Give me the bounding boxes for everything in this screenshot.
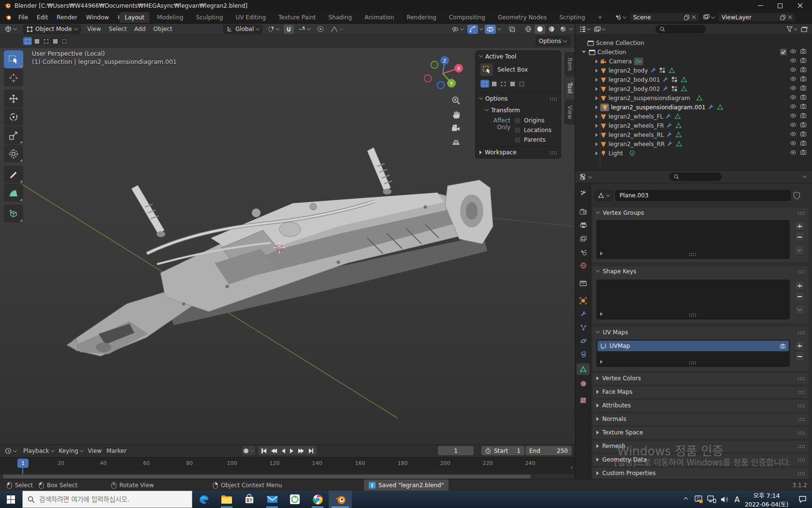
tray-network-icon[interactable]	[705, 491, 718, 508]
workspace-tab-animation[interactable]: Animation	[360, 12, 399, 23]
disable-render-icon[interactable]	[800, 121, 807, 130]
disable-render-icon[interactable]	[800, 149, 807, 157]
workspace-tab-sculpting[interactable]: Sculpting	[191, 12, 228, 23]
active-tool-title[interactable]: Active Tool	[485, 53, 516, 60]
menu-object[interactable]: Object	[153, 26, 172, 32]
prev-keyframe-button[interactable]	[271, 448, 277, 453]
panel-select-mode-new[interactable]	[480, 80, 489, 88]
hide-eye-icon[interactable]	[790, 66, 797, 75]
timeline-track[interactable]	[0, 470, 575, 474]
disable-render-icon[interactable]	[800, 131, 807, 139]
taskbar-edge-icon[interactable]	[193, 491, 215, 508]
select-mode-invert-button[interactable]	[51, 37, 59, 45]
workspace-tab-uv-editing[interactable]: UV Editing	[231, 12, 271, 23]
jump-to-end-button[interactable]	[309, 448, 314, 453]
tray-clock[interactable]: 오후 7:14 2022-06-04(토)	[744, 492, 789, 507]
tab-scene[interactable]	[577, 246, 590, 258]
texture-space-panel[interactable]: Texture Space	[593, 427, 809, 439]
menu-edit[interactable]: Edit	[33, 12, 52, 23]
transform-orientation-dropdown[interactable]: Global	[223, 25, 262, 34]
uv-maps-title[interactable]: UV Maps	[603, 329, 628, 336]
vertex-groups-list[interactable]	[596, 220, 790, 259]
disable-render-icon[interactable]	[800, 75, 807, 84]
tool-select-box[interactable]	[4, 50, 23, 68]
hide-eye-icon[interactable]	[790, 121, 797, 130]
gizmos-dropdown[interactable]	[479, 26, 483, 30]
properties-options-dropdown[interactable]	[803, 174, 807, 178]
disable-render-icon[interactable]	[800, 85, 807, 93]
proportional-editing-button[interactable]	[315, 25, 326, 34]
hide-eye-icon[interactable]	[790, 57, 797, 65]
hide-eye-icon[interactable]	[790, 149, 797, 157]
sidebar-tab-item[interactable]: Item	[565, 52, 575, 76]
workspace-tab-geometry-nodes[interactable]: Geometry Nodes	[493, 12, 551, 23]
scene-name-field[interactable]: Scene	[630, 13, 699, 22]
viewport-options-dropdown[interactable]: Options	[536, 36, 570, 46]
frame-end-field[interactable]: End250	[525, 446, 572, 455]
add-uv-map-button[interactable]	[795, 341, 805, 350]
timeline-ruler[interactable]: 20 40 60 80 100 120 140 160 180 200 220 …	[0, 457, 575, 470]
navigation-gizmo[interactable]: Z X Y	[417, 54, 465, 92]
timeline-menu-view[interactable]: View	[88, 448, 102, 454]
tool-transform[interactable]	[4, 145, 23, 163]
select-mode-new-button[interactable]	[23, 37, 32, 45]
current-frame-field[interactable]: 1	[438, 446, 474, 455]
outliner-row-object[interactable]: legran2_wheels_RR	[575, 139, 812, 149]
hide-eye-icon[interactable]	[790, 140, 797, 148]
tab-physics[interactable]	[577, 335, 590, 347]
add-workspace-button[interactable]: +	[593, 12, 608, 23]
origins-checkbox[interactable]	[514, 118, 521, 124]
panel-select-mode-intersect[interactable]	[517, 80, 526, 88]
remove-shape-key-button[interactable]	[795, 291, 805, 301]
panel-select-mode-invert[interactable]	[508, 80, 517, 88]
tab-render[interactable]	[577, 206, 590, 217]
outliner-row-object[interactable]: legran2_wheels_FR	[575, 121, 812, 130]
mesh-browse-button[interactable]	[594, 190, 613, 201]
shading-wireframe-button[interactable]	[523, 25, 534, 34]
mesh-name-field[interactable]: Plane.003	[615, 190, 791, 201]
playhead[interactable]	[22, 466, 23, 474]
select-mode-intersect-button[interactable]	[60, 37, 69, 45]
outliner-row-object[interactable]: legran2_wheels_FL	[575, 112, 812, 121]
outliner-row-object[interactable]: legran2_body	[575, 66, 812, 75]
timeline-collapse-icon[interactable]: ‹	[570, 464, 573, 471]
select-mode-subtract-button[interactable]	[42, 37, 50, 45]
tab-object-data[interactable]	[577, 363, 590, 375]
outliner-row-object[interactable]: Light	[575, 149, 812, 158]
panel-drag-dots[interactable]	[798, 211, 805, 215]
fake-user-shield-icon[interactable]	[793, 192, 800, 199]
remove-vertex-group-button[interactable]	[795, 232, 805, 241]
play-reverse-button[interactable]	[282, 448, 285, 453]
taskbar-search[interactable]	[22, 491, 192, 508]
tab-modifiers[interactable]	[577, 308, 590, 320]
tool-rotate[interactable]	[4, 108, 23, 126]
tray-sync-icon[interactable]	[692, 491, 706, 508]
locations-checkbox[interactable]	[514, 127, 521, 134]
active-tool-icon-button[interactable]	[480, 63, 493, 76]
workspace-drag-dots[interactable]	[550, 151, 557, 154]
vertex-colors-panel[interactable]: Vertex Colors	[593, 373, 809, 385]
normals-panel[interactable]: Normals	[593, 414, 809, 425]
overlays-toggle-button[interactable]	[485, 25, 496, 34]
properties-editor-type-button[interactable]	[580, 174, 592, 180]
tab-output[interactable]	[577, 219, 590, 231]
outliner-display-mode-button[interactable]	[594, 26, 605, 32]
outliner-editor-type-button[interactable]	[579, 26, 590, 32]
workspace-panel-title[interactable]: Workspace	[485, 149, 517, 156]
disable-render-icon[interactable]	[800, 112, 807, 120]
hide-eye-icon[interactable]	[790, 103, 797, 111]
outliner-row-object[interactable]: legran2_body.001	[575, 75, 812, 84]
snap-target-dropdown[interactable]	[297, 25, 312, 34]
vertex-groups-title[interactable]: Vertex Groups	[603, 209, 644, 216]
disable-render-icon[interactable]	[800, 103, 807, 111]
minimize-button[interactable]	[752, 0, 768, 11]
outliner-row-collection[interactable]: Collection	[575, 47, 812, 57]
tool-annotate[interactable]	[4, 165, 23, 183]
taskbar-blender-icon[interactable]	[329, 491, 352, 508]
panel-select-mode-extend[interactable]	[490, 80, 498, 88]
menu-window[interactable]: Window	[82, 12, 113, 23]
start-button[interactable]	[0, 491, 21, 508]
jump-to-start-button[interactable]	[261, 448, 266, 453]
timeline-menu-keying[interactable]: Keying	[59, 448, 83, 454]
workspace-tab-layout[interactable]: Layout	[120, 12, 149, 23]
